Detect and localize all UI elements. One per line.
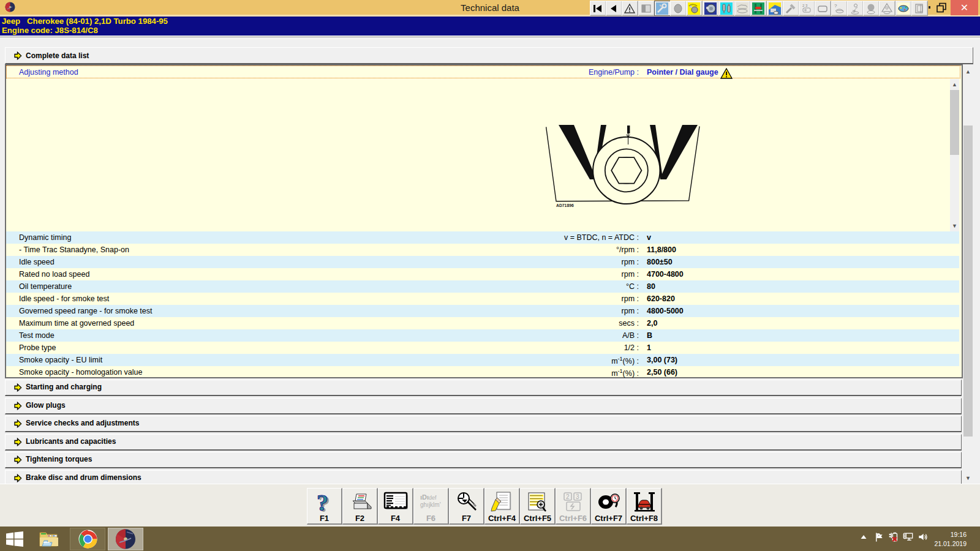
svg-text:?: ? xyxy=(834,3,837,9)
svg-text:2 3: 2 3 xyxy=(802,4,808,7)
svg-text:AD71896: AD71896 xyxy=(556,203,574,208)
svg-text:2: 2 xyxy=(566,493,570,500)
svg-text:ghıjklm': ghıjklm' xyxy=(420,501,441,508)
svg-text:?: ? xyxy=(317,491,328,515)
svg-text:3: 3 xyxy=(576,493,579,500)
svg-text:ıDıdef: ıDıdef xyxy=(420,493,437,501)
